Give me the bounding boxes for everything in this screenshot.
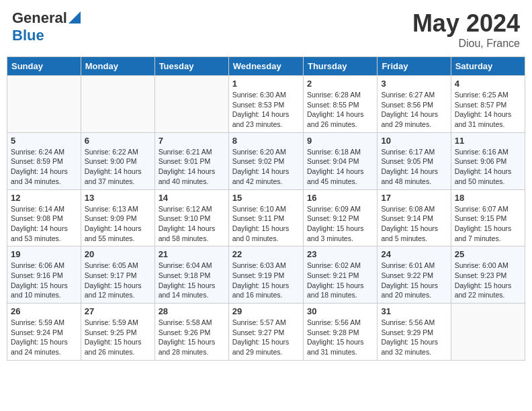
calendar-day-cell: 29Sunrise: 5:57 AM Sunset: 9:27 PM Dayli… <box>228 304 303 361</box>
calendar-day-cell: 3Sunrise: 6:27 AM Sunset: 8:56 PM Daylig… <box>378 76 451 133</box>
day-number: 7 <box>159 136 225 146</box>
day-info: Sunrise: 6:28 AM Sunset: 8:55 PM Dayligh… <box>307 90 373 130</box>
day-number: 24 <box>381 249 447 259</box>
calendar-day-cell: 18Sunrise: 6:07 AM Sunset: 9:15 PM Dayli… <box>451 189 525 246</box>
day-number: 2 <box>307 79 373 89</box>
day-info: Sunrise: 6:00 AM Sunset: 9:23 PM Dayligh… <box>455 261 521 300</box>
day-number: 5 <box>11 136 77 146</box>
logo: General Blue <box>12 9 81 44</box>
calendar-day-cell: 2Sunrise: 6:28 AM Sunset: 8:55 PM Daylig… <box>303 76 377 133</box>
day-number: 6 <box>85 136 151 146</box>
day-info: Sunrise: 5:56 AM Sunset: 9:28 PM Dayligh… <box>307 318 373 357</box>
calendar-day-cell: 27Sunrise: 5:59 AM Sunset: 9:25 PM Dayli… <box>81 304 154 361</box>
calendar-day-cell: 31Sunrise: 5:56 AM Sunset: 9:29 PM Dayli… <box>378 304 451 361</box>
day-info: Sunrise: 6:20 AM Sunset: 9:02 PM Dayligh… <box>232 147 300 187</box>
logo-general-text: General <box>12 9 67 27</box>
calendar-day-cell: 15Sunrise: 6:10 AM Sunset: 9:11 PM Dayli… <box>228 189 303 246</box>
calendar-week-row: 5Sunrise: 6:24 AM Sunset: 8:59 PM Daylig… <box>7 132 525 189</box>
day-number: 11 <box>455 136 521 146</box>
day-number: 27 <box>85 306 151 316</box>
day-number: 15 <box>232 193 300 203</box>
day-info: Sunrise: 6:08 AM Sunset: 9:14 PM Dayligh… <box>381 204 447 244</box>
day-of-week-header: Wednesday <box>228 57 303 76</box>
day-info: Sunrise: 6:05 AM Sunset: 9:17 PM Dayligh… <box>85 261 151 300</box>
day-number: 23 <box>307 249 373 259</box>
calendar-day-cell: 11Sunrise: 6:16 AM Sunset: 9:06 PM Dayli… <box>451 132 525 189</box>
day-of-week-header: Sunday <box>7 57 81 76</box>
calendar-week-row: 1Sunrise: 6:30 AM Sunset: 8:53 PM Daylig… <box>7 76 525 133</box>
calendar-day-cell <box>81 76 154 133</box>
day-info: Sunrise: 5:57 AM Sunset: 9:27 PM Dayligh… <box>232 318 300 357</box>
calendar-day-cell: 14Sunrise: 6:12 AM Sunset: 9:10 PM Dayli… <box>154 189 228 246</box>
day-info: Sunrise: 6:12 AM Sunset: 9:10 PM Dayligh… <box>159 204 225 244</box>
calendar-day-cell: 13Sunrise: 6:13 AM Sunset: 9:09 PM Dayli… <box>81 189 154 246</box>
day-info: Sunrise: 6:27 AM Sunset: 8:56 PM Dayligh… <box>381 90 447 130</box>
calendar-header-row: SundayMondayTuesdayWednesdayThursdayFrid… <box>7 57 525 76</box>
calendar-day-cell: 25Sunrise: 6:00 AM Sunset: 9:23 PM Dayli… <box>451 246 525 304</box>
calendar-day-cell: 7Sunrise: 6:21 AM Sunset: 9:01 PM Daylig… <box>154 132 228 189</box>
day-of-week-header: Thursday <box>303 57 377 76</box>
day-of-week-header: Saturday <box>451 57 525 76</box>
location-subtitle: Diou, France <box>412 38 520 50</box>
calendar-day-cell: 28Sunrise: 5:58 AM Sunset: 9:26 PM Dayli… <box>154 304 228 361</box>
calendar-table: SundayMondayTuesdayWednesdayThursdayFrid… <box>7 56 525 361</box>
day-info: Sunrise: 6:24 AM Sunset: 8:59 PM Dayligh… <box>11 147 77 187</box>
day-of-week-header: Monday <box>81 57 154 76</box>
calendar-day-cell: 21Sunrise: 6:04 AM Sunset: 9:18 PM Dayli… <box>154 246 228 304</box>
calendar-day-cell: 20Sunrise: 6:05 AM Sunset: 9:17 PM Dayli… <box>81 246 154 304</box>
calendar-day-cell: 23Sunrise: 6:02 AM Sunset: 9:21 PM Dayli… <box>303 246 377 304</box>
day-info: Sunrise: 6:07 AM Sunset: 9:15 PM Dayligh… <box>455 204 521 244</box>
calendar-day-cell: 6Sunrise: 6:22 AM Sunset: 9:00 PM Daylig… <box>81 132 154 189</box>
calendar-day-cell: 10Sunrise: 6:17 AM Sunset: 9:05 PM Dayli… <box>378 132 451 189</box>
day-number: 8 <box>232 136 300 146</box>
calendar-day-cell: 16Sunrise: 6:09 AM Sunset: 9:12 PM Dayli… <box>303 189 377 246</box>
day-number: 29 <box>232 306 300 316</box>
day-of-week-header: Tuesday <box>154 57 228 76</box>
day-info: Sunrise: 5:56 AM Sunset: 9:29 PM Dayligh… <box>381 318 447 357</box>
calendar-day-cell: 8Sunrise: 6:20 AM Sunset: 9:02 PM Daylig… <box>228 132 303 189</box>
day-of-week-header: Friday <box>378 57 451 76</box>
day-number: 14 <box>159 193 225 203</box>
calendar-week-row: 19Sunrise: 6:06 AM Sunset: 9:16 PM Dayli… <box>7 246 525 304</box>
calendar-week-row: 26Sunrise: 5:59 AM Sunset: 9:24 PM Dayli… <box>7 304 525 361</box>
day-number: 18 <box>455 193 521 203</box>
calendar-day-cell <box>7 76 81 133</box>
day-number: 3 <box>381 79 447 89</box>
page-header: General Blue May 2024 Diou, France <box>7 7 525 52</box>
day-info: Sunrise: 6:09 AM Sunset: 9:12 PM Dayligh… <box>307 204 373 244</box>
svg-marker-0 <box>69 11 81 24</box>
day-info: Sunrise: 6:04 AM Sunset: 9:18 PM Dayligh… <box>159 261 225 300</box>
calendar-day-cell: 24Sunrise: 6:01 AM Sunset: 9:22 PM Dayli… <box>378 246 451 304</box>
day-number: 10 <box>381 136 447 146</box>
day-info: Sunrise: 6:02 AM Sunset: 9:21 PM Dayligh… <box>307 261 373 300</box>
calendar-day-cell: 26Sunrise: 5:59 AM Sunset: 9:24 PM Dayli… <box>7 304 81 361</box>
month-year-title: May 2024 <box>412 9 520 38</box>
calendar-week-row: 12Sunrise: 6:14 AM Sunset: 9:08 PM Dayli… <box>7 189 525 246</box>
calendar-day-cell: 19Sunrise: 6:06 AM Sunset: 9:16 PM Dayli… <box>7 246 81 304</box>
day-number: 30 <box>307 306 373 316</box>
day-info: Sunrise: 6:01 AM Sunset: 9:22 PM Dayligh… <box>381 261 447 300</box>
day-number: 21 <box>159 249 225 259</box>
calendar-day-cell: 22Sunrise: 6:03 AM Sunset: 9:19 PM Dayli… <box>228 246 303 304</box>
day-info: Sunrise: 6:25 AM Sunset: 8:57 PM Dayligh… <box>455 90 521 130</box>
day-number: 25 <box>455 249 521 259</box>
calendar-day-cell <box>154 76 228 133</box>
day-number: 28 <box>159 306 225 316</box>
day-number: 16 <box>307 193 373 203</box>
calendar-day-cell: 30Sunrise: 5:56 AM Sunset: 9:28 PM Dayli… <box>303 304 377 361</box>
calendar-day-cell: 17Sunrise: 6:08 AM Sunset: 9:14 PM Dayli… <box>378 189 451 246</box>
calendar-day-cell: 4Sunrise: 6:25 AM Sunset: 8:57 PM Daylig… <box>451 76 525 133</box>
title-section: May 2024 Diou, France <box>412 9 520 50</box>
day-number: 19 <box>11 249 77 259</box>
day-number: 1 <box>232 79 300 89</box>
day-info: Sunrise: 5:59 AM Sunset: 9:25 PM Dayligh… <box>85 318 151 357</box>
day-number: 13 <box>85 193 151 203</box>
day-number: 17 <box>381 193 447 203</box>
logo-triangle-icon <box>69 11 81 26</box>
day-info: Sunrise: 6:21 AM Sunset: 9:01 PM Dayligh… <box>159 147 225 187</box>
calendar-day-cell: 12Sunrise: 6:14 AM Sunset: 9:08 PM Dayli… <box>7 189 81 246</box>
calendar-day-cell <box>451 304 525 361</box>
day-info: Sunrise: 6:06 AM Sunset: 9:16 PM Dayligh… <box>11 261 77 300</box>
day-info: Sunrise: 6:17 AM Sunset: 9:05 PM Dayligh… <box>381 147 447 187</box>
calendar-day-cell: 1Sunrise: 6:30 AM Sunset: 8:53 PM Daylig… <box>228 76 303 133</box>
